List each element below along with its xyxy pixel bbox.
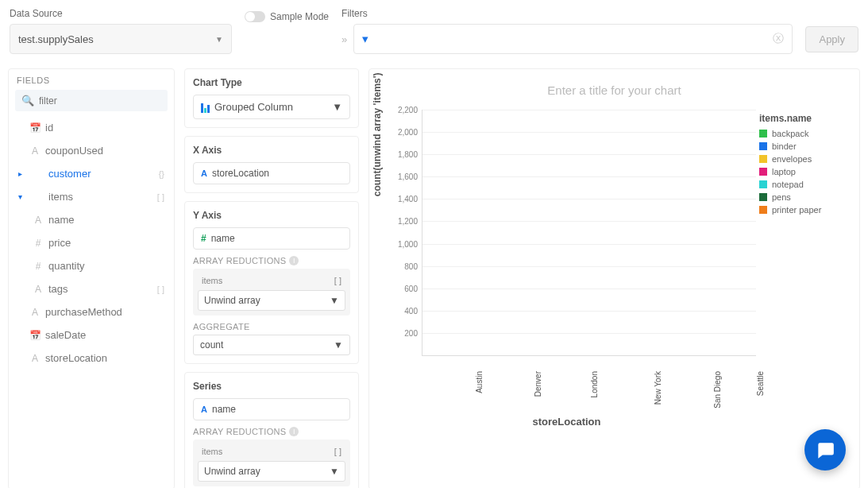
- sample-mode-toggle[interactable]: [245, 11, 265, 22]
- data-source-select[interactable]: test.supplySales ▼: [10, 24, 232, 54]
- info-icon: i: [289, 427, 299, 436]
- y-tick: 1,000: [398, 239, 422, 248]
- caret-down-icon: ▼: [330, 466, 339, 477]
- funnel-icon: ▾: [362, 32, 368, 46]
- y-tick: 800: [404, 261, 422, 270]
- chart-type-select[interactable]: Grouped Column ▼: [193, 95, 350, 119]
- fields-search-input[interactable]: [39, 95, 161, 107]
- field-id[interactable]: 📅id: [9, 116, 174, 139]
- array-reductions-label-2: ARRAY REDUCTIONSi: [193, 427, 350, 436]
- filters-label: Filters: [341, 8, 858, 19]
- data-source-label: Data Source: [10, 8, 232, 19]
- y-axis-field[interactable]: # name: [193, 227, 350, 250]
- x-tick: Seattle: [756, 371, 765, 396]
- info-icon: i: [289, 256, 299, 265]
- legend-item-notepad[interactable]: notepad: [759, 180, 848, 189]
- text-type-icon: A: [201, 168, 207, 178]
- legend-item-printer-paper[interactable]: printer paper: [759, 205, 848, 215]
- legend-title: items.name: [759, 113, 848, 124]
- grouped-column-icon: [201, 102, 210, 113]
- reduction-op-select-2[interactable]: Unwind array▼: [198, 461, 345, 482]
- y-tick: 2,000: [398, 128, 422, 137]
- apply-button[interactable]: Apply: [805, 26, 858, 52]
- y-tick: 1,600: [398, 172, 422, 181]
- chat-icon: [815, 440, 835, 460]
- aggregate-label: AGGREGATE: [193, 322, 350, 331]
- field-items-price[interactable]: #price: [9, 231, 174, 254]
- search-icon: 🔍: [21, 95, 34, 107]
- config-panel: Chart Type Grouped Column ▼ X Axis A sto…: [184, 68, 359, 488]
- chart-title-placeholder[interactable]: Enter a title for your chart: [377, 77, 851, 110]
- x-tick: London: [591, 371, 600, 397]
- field-items-name[interactable]: Aname: [9, 208, 174, 231]
- legend-item-laptop[interactable]: laptop: [759, 167, 848, 176]
- field-couponUsed[interactable]: AcouponUsed: [9, 139, 174, 162]
- legend-item-pens[interactable]: pens: [759, 192, 848, 202]
- array-bracket-icon: [ ]: [334, 447, 341, 456]
- chart-type-label: Chart Type: [193, 77, 350, 88]
- caret-down-icon: ▼: [332, 101, 342, 113]
- clear-filter-icon[interactable]: ⓧ: [773, 32, 784, 46]
- y-tick: 600: [404, 284, 422, 292]
- field-items-quantity[interactable]: #quantity: [9, 254, 174, 277]
- legend-item-backpack[interactable]: backpack: [759, 129, 848, 138]
- help-chat-button[interactable]: [804, 429, 846, 471]
- array-bracket-icon: [ ]: [334, 276, 341, 285]
- x-axis-title: storeLocation: [533, 416, 601, 428]
- field-customer[interactable]: ▸customer{}: [9, 162, 174, 185]
- x-tick: Austin: [475, 371, 484, 393]
- reduction-field-2: items: [202, 447, 222, 456]
- y-tick: 200: [404, 328, 422, 337]
- number-type-icon: #: [201, 233, 206, 244]
- series-label: Series: [193, 381, 350, 392]
- chevron-right-icon: »: [341, 33, 347, 45]
- caret-down-icon: ▼: [215, 35, 223, 44]
- y-tick: 1,400: [398, 195, 422, 203]
- caret-down-icon: ▼: [330, 295, 339, 306]
- text-type-icon: A: [201, 405, 207, 414]
- fields-search[interactable]: 🔍: [15, 90, 168, 111]
- fields-header: FIELDS: [9, 76, 174, 90]
- x-axis-label: X Axis: [193, 145, 350, 156]
- sample-mode-label: Sample Mode: [270, 11, 329, 22]
- reduction-field: items: [202, 276, 222, 285]
- y-tick: 2,200: [398, 106, 422, 114]
- x-tick: Denver: [534, 371, 542, 397]
- fields-panel: FIELDS 🔍 📅idAcouponUsed▸customer{}▾items…: [8, 68, 175, 488]
- field-storeLocation[interactable]: AstoreLocation: [9, 347, 174, 370]
- chart-legend: items.name backpackbinderenvelopeslaptop…: [756, 110, 851, 428]
- legend-item-envelopes[interactable]: envelopes: [759, 154, 848, 164]
- array-reductions-label: ARRAY REDUCTIONSi: [193, 256, 350, 265]
- field-items-tags[interactable]: Atags[ ]: [9, 277, 174, 300]
- caret-down-icon: ▼: [334, 339, 343, 351]
- y-axis-label: Y Axis: [193, 210, 350, 221]
- chart-plot: count(unwind array 'items') storeLocatio…: [377, 110, 756, 428]
- y-tick: 1,800: [398, 150, 422, 159]
- filter-input-box[interactable]: ▾ ⓧ: [353, 24, 793, 54]
- y-axis-title: count(unwind array 'items'): [372, 72, 383, 196]
- field-items[interactable]: ▾items[ ]: [9, 185, 174, 208]
- field-purchaseMethod[interactable]: ApurchaseMethod: [9, 300, 174, 323]
- x-axis-field[interactable]: A storeLocation: [193, 162, 350, 184]
- y-tick: 1,200: [398, 217, 422, 226]
- legend-item-binder[interactable]: binder: [759, 141, 848, 151]
- x-tick: New York: [654, 371, 662, 405]
- y-tick: 400: [404, 306, 422, 315]
- data-source-value: test.supplySales: [18, 33, 94, 45]
- chart-type-value: Grouped Column: [214, 101, 293, 113]
- series-field[interactable]: A name: [193, 398, 350, 420]
- aggregate-select[interactable]: count▼: [193, 335, 350, 355]
- field-saleDate[interactable]: 📅saleDate: [9, 323, 174, 347]
- chart-panel: Enter a title for your chart count(unwin…: [368, 68, 860, 488]
- x-tick: San Diego: [712, 371, 721, 409]
- reduction-op-select[interactable]: Unwind array▼: [198, 290, 345, 311]
